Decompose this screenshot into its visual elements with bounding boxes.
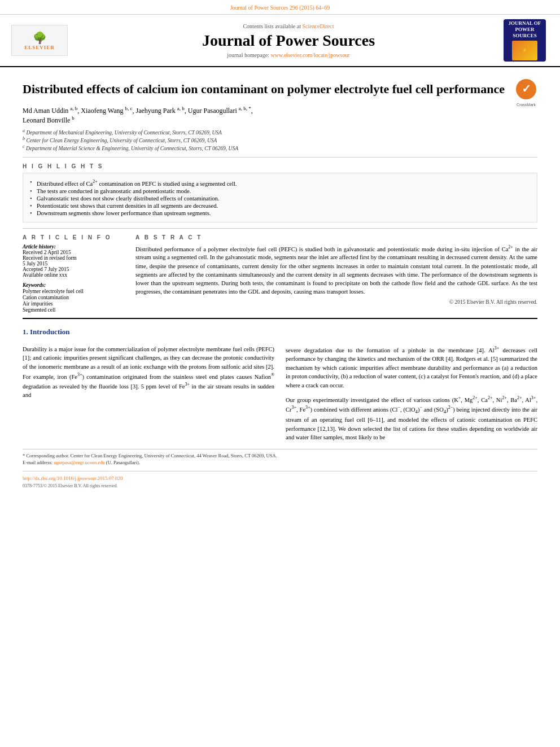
divider-1	[23, 157, 537, 158]
affiliation-a: a Department of Mechanical Engineering, …	[23, 128, 537, 136]
highlight-item: The tests are conducted in galvanostatic…	[30, 188, 530, 194]
authors: Md Aman Uddin a, b, Xiaofeng Wang b, c, …	[23, 106, 537, 125]
highlight-item: Distributed effect of Ca2+ contamination…	[30, 179, 530, 187]
doi-link[interactable]: http://dx.doi.org/10.1016/j.jpowsour.201…	[23, 475, 123, 481]
corresponding-author: * Corresponding author. Center for Clean…	[23, 453, 537, 460]
page: Journal of Power Sources 296 (2015) 64–6…	[0, 0, 560, 747]
journal-header: 🌳 ELSEVIER Contents lists available at S…	[0, 15, 560, 67]
main-content: Distributed effects of calcium ion conta…	[0, 67, 560, 497]
keywords-label: Keywords:	[23, 282, 124, 288]
keyword: Cation contamination	[23, 295, 124, 300]
highlights-section: H I G H L I G H T S Distributed effect o…	[23, 163, 537, 222]
footer-links: http://dx.doi.org/10.1016/j.jpowsour.201…	[23, 471, 537, 488]
homepage-url[interactable]: www.elsevier.com/locate/jpowsour	[270, 52, 349, 58]
divider-2	[23, 228, 537, 229]
highlight-item: Potentiostatic test shows that current d…	[30, 203, 530, 209]
keywords-list: Polymer electrolyte fuel cell Cation con…	[23, 289, 124, 313]
abstract-label: A B S T R A C T	[135, 234, 537, 241]
highlights-label: H I G H L I G H T S	[23, 163, 537, 169]
intro-right-text: severe degradation due to the formation …	[286, 345, 537, 390]
affiliation-c: c Department of Material Science & Engin…	[23, 144, 537, 151]
journal-homepage: journal homepage: www.elsevier.com/locat…	[73, 52, 504, 58]
journal-logo-right: JOURNAL OFPOWERSOURCES ⚡	[504, 19, 549, 62]
divider-3	[23, 318, 537, 319]
available-date: Available online xxx	[23, 272, 124, 278]
email-footnote: E-mail address: ugurpasa@engr.uconn.edu …	[23, 460, 537, 466]
journal-reference: Journal of Power Sources 296 (2015) 64–6…	[230, 5, 330, 11]
article-title: Distributed effects of calcium ion conta…	[23, 81, 505, 98]
highlight-item: Downstream segments show lower performan…	[30, 210, 530, 216]
accepted-date: Accepted 7 July 2015	[23, 267, 124, 272]
intro-two-cols: Durability is a major issue for the comm…	[23, 345, 537, 442]
highlight-item: Galvanostatic test does not show clearly…	[30, 195, 530, 202]
elsevier-logo-area: 🌳 ELSEVIER	[11, 25, 73, 56]
keyword: Air impurities	[23, 301, 124, 307]
abstract-section: A B S T R A C T Distributed performance …	[135, 234, 537, 313]
intro-left-col: Durability is a major issue for the comm…	[23, 345, 274, 442]
article-info: A R T I C L E I N F O Article history: R…	[23, 234, 124, 313]
power-sources-logo: JOURNAL OFPOWERSOURCES ⚡	[504, 19, 546, 62]
article-history: Article history: Received 2 April 2015 R…	[23, 244, 124, 278]
intro-right-text-2: Our group experimentally investigated th…	[286, 395, 537, 442]
footnotes: * Corresponding author. Center for Clean…	[23, 449, 537, 466]
revised-label: Received in revised form	[23, 255, 124, 261]
affiliation-b: b Center for Clean Energy Engineering, U…	[23, 136, 537, 143]
intro-left-text: Durability is a major issue for the comm…	[23, 345, 274, 400]
keyword: Segmented cell	[23, 307, 124, 313]
top-journal-bar: Journal of Power Sources 296 (2015) 64–6…	[0, 0, 560, 15]
elsevier-text: ELSEVIER	[24, 45, 55, 50]
journal-header-center: Contents lists available at ScienceDirec…	[73, 23, 504, 58]
issn-text: 0378-7753/© 2015 Elsevier B.V. All right…	[23, 483, 537, 488]
affiliations: a Department of Mechanical Engineering, …	[23, 128, 537, 151]
elsevier-logo: 🌳 ELSEVIER	[11, 25, 68, 56]
sciencedirect-link[interactable]: ScienceDirect	[302, 23, 334, 29]
history-label: Article history:	[23, 244, 124, 250]
intro-right-col: severe degradation due to the formation …	[286, 345, 537, 442]
email-link[interactable]: ugurpasa@engr.uconn.edu	[54, 460, 104, 465]
received-date: Received 2 April 2015	[23, 250, 124, 255]
highlights-box: Distributed effect of Ca2+ contamination…	[23, 173, 537, 222]
tree-icon: 🌳	[33, 31, 47, 45]
crossmark-badge[interactable]: ✓ CrossMark	[515, 78, 537, 101]
article-info-label: A R T I C L E I N F O	[23, 234, 124, 241]
revised-date: 5 July 2015	[23, 261, 124, 267]
sciencedirect-label: Contents lists available at ScienceDirec…	[73, 23, 504, 29]
info-abstract-cols: A R T I C L E I N F O Article history: R…	[23, 234, 537, 313]
title-area: Distributed effects of calcium ion conta…	[23, 76, 537, 102]
copyright: © 2015 Elsevier B.V. All rights reserved…	[135, 299, 537, 305]
journal-title: Journal of Power Sources	[73, 32, 504, 50]
svg-text:✓: ✓	[522, 82, 531, 95]
keyword: Polymer electrolyte fuel cell	[23, 289, 124, 294]
abstract-text: Distributed performance of a polymer ele…	[135, 244, 537, 296]
keywords-section: Keywords: Polymer electrolyte fuel cell …	[23, 282, 124, 313]
introduction-section: 1. Introduction Durability is a major is…	[23, 327, 537, 442]
section-heading: 1. Introduction	[23, 327, 537, 337]
highlights-list: Distributed effect of Ca2+ contamination…	[30, 179, 530, 216]
